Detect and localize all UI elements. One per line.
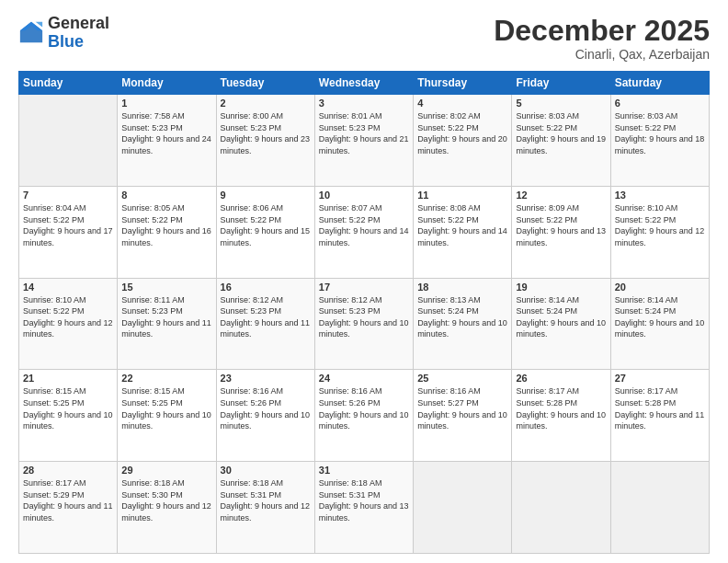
calendar-cell <box>19 95 118 187</box>
day-info: Sunrise: 8:10 AM Sunset: 5:22 PM Dayligh… <box>615 202 705 248</box>
day-number: 31 <box>319 465 409 476</box>
calendar-table: Sunday Monday Tuesday Wednesday Thursday… <box>18 71 710 554</box>
calendar-week-3: 21 Sunrise: 8:15 AM Sunset: 5:25 PM Dayl… <box>19 370 710 462</box>
day-info: Sunrise: 8:00 AM Sunset: 5:23 PM Dayligh… <box>221 110 311 156</box>
day-number: 13 <box>615 190 705 201</box>
calendar-cell: 1 Sunrise: 7:58 AM Sunset: 5:23 PM Dayli… <box>118 95 216 187</box>
location: Cinarli, Qax, Azerbaijan <box>494 47 710 62</box>
day-info: Sunrise: 8:18 AM Sunset: 5:30 PM Dayligh… <box>121 477 211 523</box>
day-number: 12 <box>516 190 606 201</box>
calendar-week-4: 28 Sunrise: 8:17 AM Sunset: 5:29 PM Dayl… <box>19 462 710 554</box>
day-info: Sunrise: 8:02 AM Sunset: 5:22 PM Dayligh… <box>417 110 507 156</box>
day-info: Sunrise: 8:16 AM Sunset: 5:26 PM Dayligh… <box>221 385 311 431</box>
calendar-cell: 8 Sunrise: 8:05 AM Sunset: 5:22 PM Dayli… <box>118 186 216 278</box>
day-number: 28 <box>23 465 113 476</box>
calendar-cell: 10 Sunrise: 8:07 AM Sunset: 5:22 PM Dayl… <box>314 186 413 278</box>
calendar-cell: 27 Sunrise: 8:17 AM Sunset: 5:28 PM Dayl… <box>610 370 709 462</box>
calendar-cell: 14 Sunrise: 8:10 AM Sunset: 5:22 PM Dayl… <box>19 278 118 370</box>
day-number: 18 <box>417 282 507 293</box>
calendar-cell: 24 Sunrise: 8:16 AM Sunset: 5:26 PM Dayl… <box>314 370 413 462</box>
calendar-cell: 15 Sunrise: 8:11 AM Sunset: 5:23 PM Dayl… <box>118 278 216 370</box>
day-info: Sunrise: 8:13 AM Sunset: 5:24 PM Dayligh… <box>417 294 507 340</box>
calendar-week-0: 1 Sunrise: 7:58 AM Sunset: 5:23 PM Dayli… <box>19 95 710 187</box>
calendar-cell <box>610 462 709 554</box>
day-info: Sunrise: 8:12 AM Sunset: 5:23 PM Dayligh… <box>319 294 409 340</box>
calendar-cell: 6 Sunrise: 8:03 AM Sunset: 5:22 PM Dayli… <box>610 95 709 187</box>
calendar-cell: 3 Sunrise: 8:01 AM Sunset: 5:23 PM Dayli… <box>314 95 413 187</box>
calendar-cell: 23 Sunrise: 8:16 AM Sunset: 5:26 PM Dayl… <box>216 370 314 462</box>
day-number: 17 <box>319 282 409 293</box>
calendar-cell: 2 Sunrise: 8:00 AM Sunset: 5:23 PM Dayli… <box>216 95 314 187</box>
day-number: 19 <box>516 282 606 293</box>
calendar-cell: 5 Sunrise: 8:03 AM Sunset: 5:22 PM Dayli… <box>512 95 610 187</box>
calendar-cell: 4 Sunrise: 8:02 AM Sunset: 5:22 PM Dayli… <box>414 95 512 187</box>
day-info: Sunrise: 8:09 AM Sunset: 5:22 PM Dayligh… <box>516 202 606 248</box>
logo: General Blue <box>18 15 109 52</box>
calendar-cell: 7 Sunrise: 8:04 AM Sunset: 5:22 PM Dayli… <box>19 186 118 278</box>
header-monday: Monday <box>118 72 216 95</box>
calendar-cell: 22 Sunrise: 8:15 AM Sunset: 5:25 PM Dayl… <box>118 370 216 462</box>
logo-icon <box>18 20 44 46</box>
day-number: 7 <box>23 190 113 201</box>
day-info: Sunrise: 8:14 AM Sunset: 5:24 PM Dayligh… <box>615 294 705 340</box>
day-info: Sunrise: 7:58 AM Sunset: 5:23 PM Dayligh… <box>121 110 211 156</box>
day-number: 27 <box>615 373 705 384</box>
day-number: 30 <box>221 465 311 476</box>
day-info: Sunrise: 8:17 AM Sunset: 5:29 PM Dayligh… <box>23 477 113 523</box>
calendar-cell: 26 Sunrise: 8:17 AM Sunset: 5:28 PM Dayl… <box>512 370 610 462</box>
day-info: Sunrise: 8:10 AM Sunset: 5:22 PM Dayligh… <box>23 294 113 340</box>
header-saturday: Saturday <box>610 72 709 95</box>
title-block: December 2025 Cinarli, Qax, Azerbaijan <box>494 15 710 62</box>
day-number: 10 <box>319 190 409 201</box>
day-info: Sunrise: 8:17 AM Sunset: 5:28 PM Dayligh… <box>615 385 705 431</box>
day-number: 9 <box>221 190 311 201</box>
day-number: 14 <box>23 282 113 293</box>
day-info: Sunrise: 8:08 AM Sunset: 5:22 PM Dayligh… <box>417 202 507 248</box>
day-info: Sunrise: 8:16 AM Sunset: 5:27 PM Dayligh… <box>417 385 507 431</box>
day-info: Sunrise: 8:01 AM Sunset: 5:23 PM Dayligh… <box>319 110 409 156</box>
day-info: Sunrise: 8:04 AM Sunset: 5:22 PM Dayligh… <box>23 202 113 248</box>
day-info: Sunrise: 8:11 AM Sunset: 5:23 PM Dayligh… <box>121 294 211 340</box>
day-number: 25 <box>417 373 507 384</box>
calendar-cell <box>414 462 512 554</box>
day-number: 6 <box>615 98 705 109</box>
day-info: Sunrise: 8:18 AM Sunset: 5:31 PM Dayligh… <box>221 477 311 523</box>
day-number: 8 <box>121 190 211 201</box>
calendar-cell: 16 Sunrise: 8:12 AM Sunset: 5:23 PM Dayl… <box>216 278 314 370</box>
calendar-week-1: 7 Sunrise: 8:04 AM Sunset: 5:22 PM Dayli… <box>19 186 710 278</box>
day-info: Sunrise: 8:17 AM Sunset: 5:28 PM Dayligh… <box>516 385 606 431</box>
calendar-cell: 18 Sunrise: 8:13 AM Sunset: 5:24 PM Dayl… <box>414 278 512 370</box>
day-number: 4 <box>417 98 507 109</box>
calendar-cell: 13 Sunrise: 8:10 AM Sunset: 5:22 PM Dayl… <box>610 186 709 278</box>
calendar-cell: 21 Sunrise: 8:15 AM Sunset: 5:25 PM Dayl… <box>19 370 118 462</box>
day-number: 16 <box>221 282 311 293</box>
calendar-cell: 9 Sunrise: 8:06 AM Sunset: 5:22 PM Dayli… <box>216 186 314 278</box>
calendar-cell: 29 Sunrise: 8:18 AM Sunset: 5:30 PM Dayl… <box>118 462 216 554</box>
day-info: Sunrise: 8:03 AM Sunset: 5:22 PM Dayligh… <box>516 110 606 156</box>
calendar-cell: 11 Sunrise: 8:08 AM Sunset: 5:22 PM Dayl… <box>414 186 512 278</box>
day-info: Sunrise: 8:18 AM Sunset: 5:31 PM Dayligh… <box>319 477 409 523</box>
header-thursday: Thursday <box>414 72 512 95</box>
day-number: 1 <box>121 98 211 109</box>
header-sunday: Sunday <box>19 72 118 95</box>
calendar-week-2: 14 Sunrise: 8:10 AM Sunset: 5:22 PM Dayl… <box>19 278 710 370</box>
main-container: General Blue December 2025 Cinarli, Qax,… <box>0 0 728 563</box>
day-number: 21 <box>23 373 113 384</box>
day-number: 3 <box>319 98 409 109</box>
day-number: 20 <box>615 282 705 293</box>
calendar-cell: 31 Sunrise: 8:18 AM Sunset: 5:31 PM Dayl… <box>314 462 413 554</box>
day-info: Sunrise: 8:07 AM Sunset: 5:22 PM Dayligh… <box>319 202 409 248</box>
day-number: 29 <box>121 465 211 476</box>
calendar-cell: 28 Sunrise: 8:17 AM Sunset: 5:29 PM Dayl… <box>19 462 118 554</box>
logo-line2: Blue <box>48 33 109 52</box>
day-number: 22 <box>121 373 211 384</box>
day-info: Sunrise: 8:05 AM Sunset: 5:22 PM Dayligh… <box>121 202 211 248</box>
header: General Blue December 2025 Cinarli, Qax,… <box>18 15 710 62</box>
header-wednesday: Wednesday <box>314 72 413 95</box>
day-info: Sunrise: 8:03 AM Sunset: 5:22 PM Dayligh… <box>615 110 705 156</box>
day-info: Sunrise: 8:12 AM Sunset: 5:23 PM Dayligh… <box>221 294 311 340</box>
day-number: 5 <box>516 98 606 109</box>
calendar-cell <box>512 462 610 554</box>
calendar-cell: 19 Sunrise: 8:14 AM Sunset: 5:24 PM Dayl… <box>512 278 610 370</box>
day-number: 2 <box>221 98 311 109</box>
